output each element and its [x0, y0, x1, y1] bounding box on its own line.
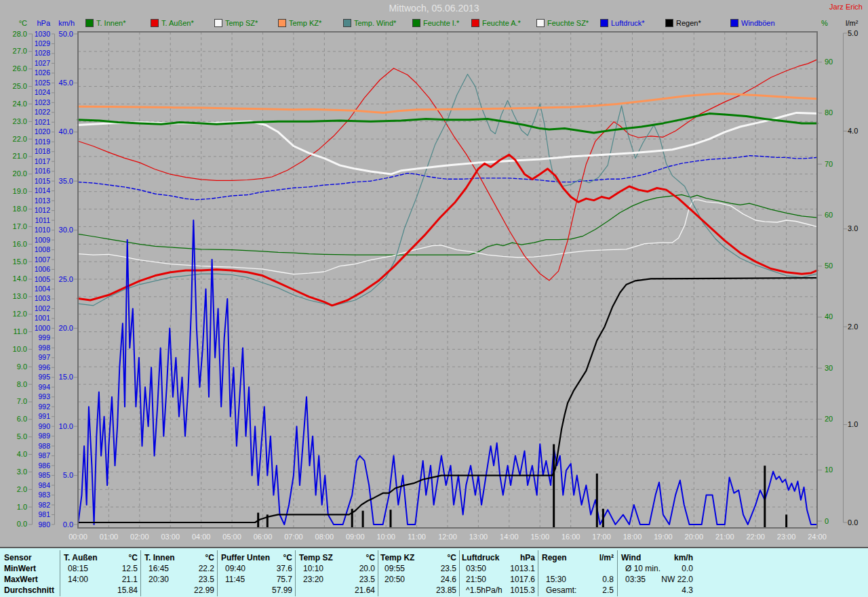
cell-time — [221, 585, 225, 596]
sensor-name: Wind — [621, 552, 641, 563]
sensor-name: T. Innen — [144, 552, 175, 563]
svg-text:l/m²: l/m² — [846, 19, 859, 27]
table-row-labels: SensorMinWertMaxWertDurchschnitt — [4, 552, 58, 596]
svg-text:983: 983 — [38, 491, 50, 499]
svg-text:15.0: 15.0 — [59, 373, 73, 381]
svg-text:991: 991 — [38, 412, 50, 420]
cell-value: 1017.6 — [510, 574, 535, 585]
svg-text:22.0: 22.0 — [13, 135, 27, 143]
svg-text:1023: 1023 — [35, 98, 51, 106]
svg-text:1017: 1017 — [35, 157, 51, 165]
svg-text:06:00: 06:00 — [254, 533, 273, 541]
svg-text:10.0: 10.0 — [59, 422, 73, 430]
svg-text:01:00: 01:00 — [100, 533, 119, 541]
table-col-wind: Windkm/hØ 10 min.0.003:35NW 22.04.3 — [621, 552, 693, 596]
cell-time: ^1.5hPa/h — [462, 585, 502, 596]
svg-text:25.0: 25.0 — [13, 82, 27, 90]
svg-text:1025: 1025 — [35, 79, 51, 87]
row-label: Sensor — [4, 552, 58, 563]
svg-text:60: 60 — [825, 211, 833, 219]
svg-text:90: 90 — [825, 58, 833, 66]
svg-text:km/h: km/h — [58, 19, 75, 27]
cell-time — [380, 585, 384, 596]
table-col-temp-sz: Temp SZ°C10:1020.023:2023.521.64 — [299, 552, 375, 596]
svg-text:999: 999 — [38, 333, 50, 342]
cell-value: 0.0 — [682, 563, 693, 574]
svg-text:987: 987 — [38, 451, 50, 459]
svg-text:1003: 1003 — [35, 294, 51, 302]
cell-value: 15.84 — [117, 585, 138, 596]
svg-text:997: 997 — [38, 353, 50, 361]
svg-text:995: 995 — [38, 373, 50, 381]
svg-text:1027: 1027 — [35, 59, 51, 67]
svg-text:1021: 1021 — [35, 118, 51, 126]
svg-text:994: 994 — [38, 383, 50, 391]
svg-text:21.0: 21.0 — [13, 152, 27, 160]
svg-text:23:00: 23:00 — [777, 533, 796, 541]
cell-value: 4.3 — [682, 585, 693, 596]
svg-text:05:00: 05:00 — [222, 533, 241, 541]
svg-text:09:00: 09:00 — [346, 533, 365, 541]
cell-value: 23.5 — [441, 563, 456, 574]
row-label: MinWert — [4, 563, 58, 574]
svg-text:992: 992 — [38, 403, 50, 411]
svg-text:1009: 1009 — [35, 236, 51, 244]
svg-text:20: 20 — [825, 415, 833, 423]
row-label: MaxWert — [4, 574, 58, 585]
cell-time: Ø 10 min. — [621, 563, 660, 574]
chart-area[interactable]: 28.027.026.025.024.023.022.021.020.019.0… — [0, 0, 868, 548]
cell-time: 09:40 — [221, 563, 245, 574]
svg-text:1008: 1008 — [35, 245, 51, 253]
cell-value: 1013.1 — [510, 563, 535, 574]
cell-time — [299, 585, 303, 596]
axis-c: 28.027.026.025.024.023.022.021.020.019.0… — [13, 30, 33, 529]
svg-text:0.0: 0.0 — [848, 518, 858, 527]
svg-text:7.0: 7.0 — [17, 397, 27, 405]
svg-text:1005: 1005 — [35, 275, 51, 283]
svg-text:10: 10 — [825, 466, 833, 474]
sensor-unit: °C — [205, 552, 214, 563]
svg-text:28.0: 28.0 — [13, 30, 27, 38]
svg-text:1028: 1028 — [35, 49, 51, 57]
cell-value: 23.5 — [199, 574, 214, 585]
cell-value: 22.2 — [199, 563, 214, 574]
cell-time — [542, 563, 546, 574]
svg-text:°C: °C — [19, 19, 27, 27]
svg-text:1016: 1016 — [35, 167, 51, 175]
svg-text:3.0: 3.0 — [848, 224, 858, 232]
svg-text:19:00: 19:00 — [654, 533, 673, 541]
svg-text:0: 0 — [825, 517, 829, 525]
svg-text:988: 988 — [38, 442, 50, 450]
svg-text:1010: 1010 — [35, 226, 51, 234]
cell-time: 14:00 — [64, 574, 88, 585]
svg-text:11.0: 11.0 — [13, 327, 27, 335]
svg-text:8.0: 8.0 — [17, 380, 27, 388]
plot-background — [78, 32, 817, 528]
svg-text:24.0: 24.0 — [13, 100, 27, 108]
svg-text:30.0: 30.0 — [59, 226, 73, 234]
svg-text:12.0: 12.0 — [13, 310, 27, 318]
svg-text:15:00: 15:00 — [530, 533, 549, 541]
cell-time: 15:30 — [542, 574, 566, 585]
svg-text:00:00: 00:00 — [68, 533, 87, 541]
table-separator — [617, 550, 618, 596]
svg-text:02:00: 02:00 — [130, 533, 149, 541]
cell-value: 75.7 — [277, 574, 292, 585]
svg-text:1007: 1007 — [35, 255, 51, 264]
cell-time: 20:50 — [380, 574, 405, 585]
svg-text:50.0: 50.0 — [59, 30, 73, 38]
cell-time: 11:45 — [221, 574, 245, 585]
svg-text:20:00: 20:00 — [685, 533, 704, 541]
svg-text:0.0: 0.0 — [63, 520, 73, 529]
weather-chart-svg: 28.027.026.025.024.023.022.021.020.019.0… — [0, 0, 868, 545]
cell-time: 20:30 — [144, 574, 169, 585]
svg-text:%: % — [821, 19, 828, 27]
svg-text:10:00: 10:00 — [376, 533, 395, 541]
cell-value: 23.5 — [359, 574, 375, 585]
svg-text:980: 980 — [38, 520, 50, 529]
sensor-unit: °C — [366, 552, 375, 563]
sensor-unit: °C — [129, 552, 138, 563]
svg-text:1.0: 1.0 — [848, 420, 858, 428]
svg-text:11:00: 11:00 — [408, 533, 426, 541]
svg-text:16:00: 16:00 — [561, 533, 580, 541]
